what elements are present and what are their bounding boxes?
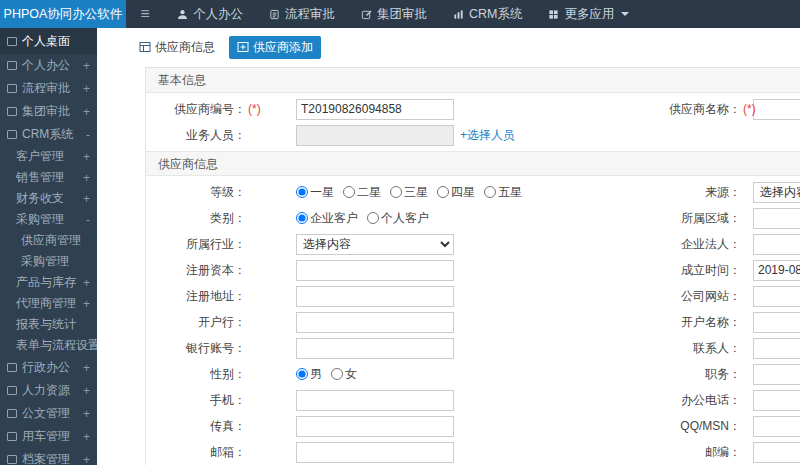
section-header-basic-info: 基本信息 xyxy=(146,68,800,93)
tab-supplier-add[interactable]: 供应商添加 xyxy=(229,36,321,59)
gender-option-male[interactable]: 男 xyxy=(296,366,322,383)
expand-icon: + xyxy=(83,276,90,290)
form-row: 注册资本： 成立时间： xyxy=(146,257,800,283)
app-logo: PHPOA协同办公软件 xyxy=(0,0,126,28)
section-header-supplier-info: 供应商信息 xyxy=(146,151,800,176)
category-radio[interactable] xyxy=(367,212,379,224)
sidebar-item-procurement[interactable]: 采购管理 xyxy=(0,251,97,272)
level-radio[interactable] xyxy=(390,186,402,198)
grid-icon xyxy=(548,9,559,20)
sidebar-item-process-approval[interactable]: 流程审批 + xyxy=(0,77,97,100)
topnav-crm-system[interactable]: CRM系统 xyxy=(440,0,535,28)
level-option-4[interactable]: 四星 xyxy=(437,184,475,201)
sidebar-item-archive-mgmt[interactable]: 档案管理 + xyxy=(0,448,97,465)
expand-icon: + xyxy=(83,384,90,398)
topnav-label: 更多应用 xyxy=(564,6,614,23)
field-label: 传真： xyxy=(146,418,246,435)
car-icon xyxy=(7,432,17,441)
level-radio[interactable] xyxy=(343,186,355,198)
sidebar-item-group-approval[interactable]: 集团审批 + xyxy=(0,100,97,123)
level-radio[interactable] xyxy=(296,186,308,198)
menu-toggle-icon[interactable]: ≡ xyxy=(126,0,164,28)
office-phone-input[interactable] xyxy=(753,390,800,411)
bank-account-input[interactable] xyxy=(296,338,454,359)
sidebar-item-document-mgmt[interactable]: 公文管理 + xyxy=(0,402,97,425)
gender-radio-group: 男 女 xyxy=(296,366,596,383)
gender-radio[interactable] xyxy=(296,368,308,380)
position-input[interactable] xyxy=(753,364,800,385)
gender-radio[interactable] xyxy=(331,368,343,380)
business-person-input[interactable] xyxy=(296,125,454,146)
field-label: 类别： xyxy=(146,210,246,227)
registered-address-input[interactable] xyxy=(296,286,454,307)
website-input[interactable] xyxy=(753,286,800,307)
supplier-no-input[interactable] xyxy=(296,99,454,120)
sidebar-item-personal-office[interactable]: 个人办公 + xyxy=(0,54,97,77)
form-row: 所属行业： 选择内容 企业法人： xyxy=(146,231,800,257)
form-row: 注册地址： 公司网站： xyxy=(146,283,800,309)
sidebar-item-sales-mgmt[interactable]: 销售管理 + xyxy=(0,167,97,188)
legal-person-input[interactable] xyxy=(753,234,800,255)
region-input[interactable] xyxy=(753,208,800,229)
gender-option-female[interactable]: 女 xyxy=(331,366,357,383)
email-input[interactable] xyxy=(296,442,454,463)
category-option-personal[interactable]: 个人客户 xyxy=(367,210,429,227)
supplier-name-input[interactable] xyxy=(753,99,800,120)
topnav-personal-office[interactable]: 个人办公 xyxy=(164,0,256,28)
level-option-3[interactable]: 三星 xyxy=(390,184,428,201)
form-row: 供应商编号：(*) 供应商名称：(*) xyxy=(146,96,800,122)
sidebar-item-products-inventory[interactable]: 产品与库存 + xyxy=(0,272,97,293)
category-radio[interactable] xyxy=(296,212,308,224)
zip-input[interactable] xyxy=(753,442,800,463)
select-person-link[interactable]: +选择人员 xyxy=(460,127,515,144)
topnav-label: 个人办公 xyxy=(193,6,243,23)
sidebar-item-reports-statistics[interactable]: 报表与统计 xyxy=(0,314,97,335)
registered-capital-input[interactable] xyxy=(296,260,454,281)
sidebar-item-finance[interactable]: 财务收支 + xyxy=(0,188,97,209)
expand-icon: + xyxy=(83,430,90,444)
category-option-enterprise[interactable]: 企业客户 xyxy=(296,210,358,227)
level-option-2[interactable]: 二星 xyxy=(343,184,381,201)
field-label: 联系人： xyxy=(596,340,741,357)
level-radio[interactable] xyxy=(437,186,449,198)
fax-input[interactable] xyxy=(296,416,454,437)
clipboard-icon xyxy=(269,9,280,20)
expand-icon: + xyxy=(83,150,90,164)
topbar: PHPOA协同办公软件 ≡ 个人办公 流程审批 集团审批 CRM系统 更多应用 xyxy=(0,0,800,28)
source-select[interactable]: 选择内容 xyxy=(753,182,800,203)
form-row: 开户行： 开户名称： xyxy=(146,309,800,335)
mobile-input[interactable] xyxy=(296,390,454,411)
qq-msn-input[interactable] xyxy=(753,416,800,437)
sidebar-item-agent-mgmt[interactable]: 代理商管理 + xyxy=(0,293,97,314)
sidebar-item-hr[interactable]: 人力资源 + xyxy=(0,379,97,402)
field-label: 供应商名称：(*) xyxy=(596,101,741,118)
established-date-input[interactable] xyxy=(753,260,800,281)
topnav-process-approval[interactable]: 流程审批 xyxy=(256,0,348,28)
tab-label: 供应商信息 xyxy=(155,39,215,56)
account-name-input[interactable] xyxy=(753,312,800,333)
topnav-group-approval[interactable]: 集团审批 xyxy=(348,0,440,28)
sidebar-item-admin-office[interactable]: 行政办公 + xyxy=(0,356,97,379)
sidebar-item-personal-desktop[interactable]: 个人桌面 xyxy=(0,28,97,54)
sidebar-item-supplier-mgmt[interactable]: 供应商管理 xyxy=(0,230,97,251)
document-icon xyxy=(7,409,17,418)
sidebar-item-procurement-mgmt[interactable]: 采购管理 - xyxy=(0,209,97,230)
table-icon xyxy=(139,41,151,53)
sidebar-item-vehicle-mgmt[interactable]: 用车管理 + xyxy=(0,425,97,448)
level-option-5[interactable]: 五星 xyxy=(484,184,522,201)
sidebar-item-crm-system[interactable]: CRM系统 - xyxy=(0,123,97,146)
level-radio[interactable] xyxy=(484,186,496,198)
field-label: 开户行： xyxy=(146,314,246,331)
form-row: 业务人员： +选择人员 xyxy=(146,122,800,148)
tab-supplier-info[interactable]: 供应商信息 xyxy=(131,36,223,59)
field-label: 邮编： xyxy=(596,444,741,461)
contact-input[interactable] xyxy=(753,338,800,359)
supplier-add-form: 基本信息 供应商编号：(*) 供应商名称：(*) 业务人员： +选择人员 xyxy=(145,67,800,465)
sidebar-item-customer-mgmt[interactable]: 客户管理 + xyxy=(0,146,97,167)
category-radio-group: 企业客户 个人客户 xyxy=(296,210,596,227)
topnav-more-apps[interactable]: 更多应用 xyxy=(535,0,642,28)
industry-select[interactable]: 选择内容 xyxy=(296,234,454,255)
sidebar-item-form-process-settings[interactable]: 表单与流程设置 + xyxy=(0,335,97,356)
bank-input[interactable] xyxy=(296,312,454,333)
level-option-1[interactable]: 一星 xyxy=(296,184,334,201)
